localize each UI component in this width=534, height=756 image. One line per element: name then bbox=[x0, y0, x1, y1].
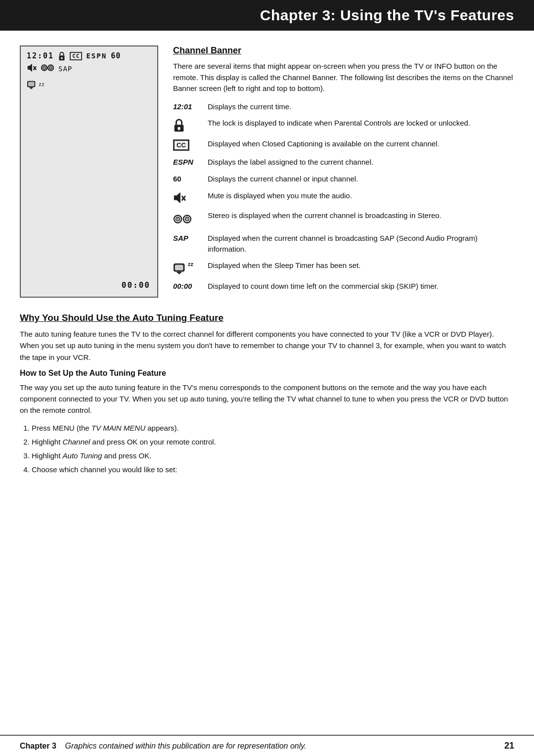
term-cc-icon: CC bbox=[173, 138, 203, 151]
term-time: 12:01 bbox=[173, 101, 203, 111]
channel-banner-intro: There are several items that might appea… bbox=[173, 61, 514, 94]
term-stereo-icon bbox=[173, 210, 203, 227]
auto-tuning-steps: Press MENU (the TV MAIN MENU appears). H… bbox=[32, 422, 514, 476]
chapter-title: Chapter 3: Using the TV's Features bbox=[260, 7, 514, 23]
svg-point-23 bbox=[177, 218, 178, 220]
tv-stereo-icon bbox=[41, 62, 54, 75]
def-sleep: Displayed when the Sleep Timer has been … bbox=[208, 260, 514, 271]
svg-marker-18 bbox=[174, 192, 180, 203]
tv-channel-number: 60 bbox=[111, 51, 121, 60]
sleep-zz-text: zz bbox=[188, 261, 193, 267]
tv-sap-label: SAP bbox=[58, 65, 72, 73]
svg-rect-30 bbox=[178, 273, 180, 274]
term-60: 60 bbox=[173, 174, 203, 183]
two-column-section: 12:01 CC ESPN 60 bbox=[20, 45, 514, 298]
cc-box: CC bbox=[173, 139, 189, 151]
def-lock: The lock is displayed to indicate when P… bbox=[208, 118, 514, 129]
svg-point-10 bbox=[50, 67, 51, 68]
tv-sleep-row: zz bbox=[27, 79, 151, 90]
def-time: Displays the current time. bbox=[208, 101, 514, 112]
channel-banner-col: Channel Banner There are several items t… bbox=[173, 45, 514, 298]
footer-text: Graphics contained within this publicati… bbox=[65, 742, 307, 750]
desc-row-sleep: zz Displayed when the Sleep Timer has be… bbox=[173, 260, 514, 275]
term-skip: 00:00 bbox=[173, 281, 203, 290]
desc-row-sap: SAP Displayed when the current channel i… bbox=[173, 233, 514, 255]
auto-tuning-subsection-body: The way you set up the auto tuning featu… bbox=[20, 382, 514, 416]
term-sap: SAP bbox=[173, 233, 203, 242]
svg-rect-13 bbox=[30, 87, 33, 88]
auto-tuning-section: Why You Should Use the Auto Tuning Featu… bbox=[20, 312, 514, 476]
term-mute-icon bbox=[173, 190, 203, 204]
auto-tuning-subsection-title: How to Set Up the Auto Tuning Feature bbox=[20, 369, 514, 378]
page-footer: Chapter 3 Graphics contained within this… bbox=[0, 735, 534, 756]
def-mute: Mute is displayed when you mute the audi… bbox=[208, 190, 514, 201]
svg-rect-28 bbox=[175, 265, 183, 270]
svg-marker-2 bbox=[28, 64, 32, 72]
tv-sleep-icon: zz bbox=[27, 79, 44, 89]
auto-tuning-body: The auto tuning feature tunes the TV to … bbox=[20, 328, 514, 363]
step-3: Highlight Auto Tuning and press OK. bbox=[32, 450, 514, 462]
footer-chapter-label: Chapter 3 bbox=[20, 742, 56, 750]
step-2: Highlight Channel and press OK on your r… bbox=[32, 436, 514, 448]
def-cc: Displayed when Closed Captioning is avai… bbox=[208, 138, 514, 149]
svg-rect-12 bbox=[28, 82, 35, 86]
def-60: Displays the current channel or input ch… bbox=[208, 174, 514, 184]
tv-mute-icon bbox=[27, 63, 37, 75]
footer-left: Chapter 3 Graphics contained within this… bbox=[20, 742, 307, 751]
tv-cc-icon: CC bbox=[70, 52, 82, 60]
desc-row-espn: ESPN Displays the label assigned to the … bbox=[173, 157, 514, 168]
desc-row-skip: 00:00 Displayed to count down time left … bbox=[173, 281, 514, 292]
def-sap: Displayed when the current channel is br… bbox=[208, 233, 514, 255]
step-1: Press MENU (the TV MAIN MENU appears). bbox=[32, 422, 514, 434]
svg-point-26 bbox=[186, 218, 188, 220]
tv-row1: 12:01 CC ESPN 60 bbox=[27, 51, 151, 60]
auto-tuning-title: Why You Should Use the Auto Tuning Featu… bbox=[20, 312, 514, 323]
def-skip: Displayed to count down time left on the… bbox=[208, 281, 514, 292]
tv-time: 12:01 bbox=[27, 51, 54, 60]
desc-row-stereo: Stereo is displayed when the current cha… bbox=[173, 210, 514, 227]
svg-rect-17 bbox=[178, 129, 180, 131]
desc-row-mute: Mute is displayed when you mute the audi… bbox=[173, 190, 514, 204]
tv-lock-icon bbox=[58, 51, 66, 60]
channel-banner-list: 12:01 Displays the current time. The loc… bbox=[173, 101, 514, 292]
channel-banner-title: Channel Banner bbox=[173, 45, 514, 56]
term-sleep-icon: zz bbox=[173, 260, 203, 275]
svg-point-7 bbox=[44, 67, 45, 68]
term-espn: ESPN bbox=[173, 157, 203, 166]
sleep-icon-wrap: zz bbox=[173, 261, 193, 275]
tv-espn-label: ESPN bbox=[86, 52, 107, 60]
page-header: Chapter 3: Using the TV's Features bbox=[0, 0, 534, 31]
page-number: 21 bbox=[504, 741, 514, 751]
desc-row-60: 60 Displays the current channel or input… bbox=[173, 174, 514, 184]
desc-row-cc: CC Displayed when Closed Captioning is a… bbox=[173, 138, 514, 151]
term-lock-icon bbox=[173, 118, 203, 133]
tv-row2: SAP bbox=[27, 62, 151, 75]
desc-row-lock: The lock is displayed to indicate when P… bbox=[173, 118, 514, 133]
step-4: Choose which channel you would like to s… bbox=[32, 464, 514, 476]
def-stereo: Stereo is displayed when the current cha… bbox=[208, 210, 514, 221]
main-content: 12:01 CC ESPN 60 bbox=[0, 31, 534, 527]
svg-point-1 bbox=[61, 57, 63, 59]
desc-row-time: 12:01 Displays the current time. bbox=[173, 101, 514, 112]
tv-sleep-zz: zz bbox=[39, 82, 44, 87]
def-espn: Displays the label assigned to the curre… bbox=[208, 157, 514, 168]
tv-display-mock: 12:01 CC ESPN 60 bbox=[20, 45, 158, 298]
svg-rect-29 bbox=[177, 272, 181, 273]
svg-rect-14 bbox=[30, 88, 32, 89]
tv-timer-display: 00:00 bbox=[122, 280, 150, 290]
